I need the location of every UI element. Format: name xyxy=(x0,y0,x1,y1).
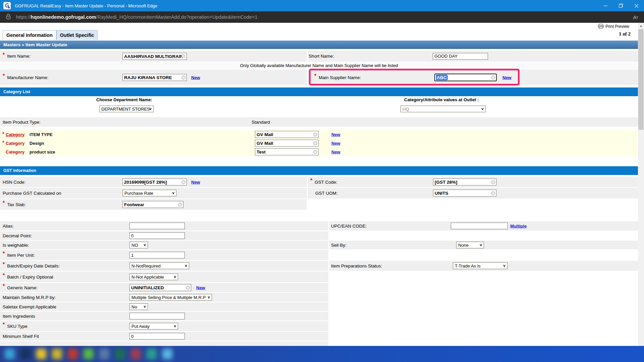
lookup-icon[interactable] xyxy=(313,150,317,154)
breadcrumb: Masters » Item Master Update xyxy=(0,41,638,49)
alias-input[interactable] xyxy=(129,223,185,229)
taskbar-icon[interactable] xyxy=(162,349,172,359)
item-ingredients-input[interactable] xyxy=(129,313,185,319)
scrollbar-thumb[interactable] xyxy=(638,29,644,130)
taskbar-icon[interactable] xyxy=(36,349,46,359)
minimize-button[interactable] xyxy=(598,0,613,11)
lookup-icon[interactable] xyxy=(186,286,190,290)
hsn-code-input[interactable]: 20169099[GST 28%] xyxy=(122,179,187,186)
taskbar-icon[interactable] xyxy=(115,349,125,359)
tab-outlet-specific[interactable]: Outlet Specific xyxy=(56,30,98,40)
lookup-icon[interactable] xyxy=(178,202,182,206)
min-shelf-fit-input[interactable]: 0 xyxy=(129,333,185,340)
main-supplier-label: *Main Supplier Name: xyxy=(308,74,361,80)
generic-name-new-link[interactable]: New xyxy=(196,285,205,290)
restore-button[interactable] xyxy=(613,0,629,11)
page-scrollbar[interactable]: ▲ xyxy=(638,23,644,346)
lookup-icon[interactable] xyxy=(491,191,495,195)
window-titlebar: G GOFRUGAL RetailEasy - Item Master Upda… xyxy=(0,0,644,11)
taskbar-icon[interactable] xyxy=(5,349,15,359)
page-indicator: 1 of 2 xyxy=(619,31,631,37)
main-supplier-new-link[interactable]: New xyxy=(502,75,512,80)
chevron-down-icon: ∨ xyxy=(184,264,187,268)
upc-label: UPC/EAN CODE: xyxy=(329,224,367,229)
taskbar-icon[interactable] xyxy=(84,349,94,359)
close-button[interactable] xyxy=(629,0,644,11)
decimal-point-input[interactable]: 0 xyxy=(129,232,185,239)
sell-by-select[interactable]: None∨ xyxy=(456,242,484,248)
category-design-input[interactable]: GV Mall xyxy=(255,140,319,147)
is-weighable-select[interactable]: NO∨ xyxy=(129,242,148,248)
row-saletax-exempt: Saletax Exempt Applicable No∨ xyxy=(0,302,638,312)
item-ingredients-label: Item Ingredients xyxy=(0,314,35,319)
url-text[interactable]: https://hqonlinedemo.gofrugal.com/RayMed… xyxy=(16,14,258,20)
taskbar-icon[interactable] xyxy=(131,349,141,359)
chevron-down-icon: ∨ xyxy=(143,305,146,309)
item-per-unit-input[interactable]: 1 xyxy=(129,252,185,258)
item-per-unit-label: *Item Per Unit: xyxy=(0,252,35,258)
gst-uom-label: GST UOM: xyxy=(308,191,338,196)
address-bar[interactable]: https://hqonlinedemo.gofrugal.com/RayMed… xyxy=(0,11,644,23)
category-product-size-input[interactable]: Test xyxy=(255,148,319,156)
purchase-gst-label: Purchase GST Calculated on xyxy=(0,191,61,196)
decimal-point-label: Decimal Point: xyxy=(0,233,32,238)
taskbar-icon[interactable] xyxy=(52,349,62,359)
lookup-icon[interactable] xyxy=(491,75,495,79)
main-supplier-input[interactable]: ABC xyxy=(434,74,497,81)
batch-expiry-select[interactable]: N-NotRequired∨ xyxy=(129,262,189,269)
item-name-input[interactable]: AASHIRVAAD MULTIGRAIN xyxy=(122,53,187,60)
manufacturer-input[interactable]: RAJU KIRANA STORE xyxy=(122,74,187,81)
upc-multiple-link[interactable]: Multiple xyxy=(510,224,527,229)
app-favicon: G xyxy=(3,2,11,9)
generic-name-input[interactable]: UNINITIALIZED xyxy=(129,284,191,291)
lookup-icon[interactable] xyxy=(313,141,317,145)
short-name-input[interactable]: GOOD DAY xyxy=(433,53,488,60)
chevron-down-icon: ∨ xyxy=(503,264,506,268)
taskbar-icon[interactable] xyxy=(68,349,78,359)
print-preview-button[interactable]: Print Preview xyxy=(598,24,629,29)
taskbar-icon[interactable] xyxy=(99,349,109,359)
lookup-icon[interactable] xyxy=(491,180,495,184)
short-name-label: Short Name: xyxy=(308,54,334,59)
category-attributes-block: * Category ITEM TYPE GV Mall New * Categ… xyxy=(0,130,638,156)
alias-label: Alias: xyxy=(0,224,14,229)
maintain-mrp-select[interactable]: Multiple Selling Price & Multiple M.R.P∨ xyxy=(129,294,212,301)
manufacturer-new-link[interactable]: New xyxy=(191,75,200,80)
tab-general-information[interactable]: General Information xyxy=(3,30,56,40)
category-item-type-input[interactable]: GV Mall xyxy=(255,131,319,138)
upc-input[interactable] xyxy=(451,223,508,229)
taskbar-icon[interactable] xyxy=(20,349,31,359)
windows-taskbar[interactable] xyxy=(0,346,644,362)
sku-type-select[interactable]: Put Away∨ xyxy=(129,323,178,329)
item-master-form: Masters » Item Master Update *Item Name:… xyxy=(0,41,638,346)
purchase-gst-select[interactable]: Purchase Rate∨ xyxy=(122,190,176,196)
lookup-icon[interactable] xyxy=(181,180,185,184)
lookup-icon[interactable] xyxy=(313,132,317,136)
item-preparations-select[interactable]: T-Trade As Is∨ xyxy=(453,262,507,269)
category-item-type-new-link[interactable]: New xyxy=(331,132,340,137)
generic-name-label: *Generic Name: xyxy=(0,285,38,291)
hsn-new-link[interactable]: New xyxy=(191,180,200,185)
gst-code-input[interactable]: [GST 28%] xyxy=(433,179,496,186)
read-aloud-icon[interactable]: Aᵞ xyxy=(633,14,638,20)
lock-icon xyxy=(6,14,11,21)
scroll-up-button[interactable]: ▲ xyxy=(638,23,644,28)
tax-slab-input[interactable]: Footwear xyxy=(122,201,183,208)
lookup-icon[interactable] xyxy=(181,54,185,58)
category-link[interactable]: Category xyxy=(6,132,30,137)
lookup-icon[interactable] xyxy=(181,75,185,79)
department-select[interactable]: DEPARTMENT STORES∨ xyxy=(99,106,154,112)
batch-optional-select[interactable]: N-Not Applicable∨ xyxy=(129,274,178,280)
category-design-new-link[interactable]: New xyxy=(331,141,340,146)
category-name: Design xyxy=(30,141,44,146)
taskbar-icon[interactable] xyxy=(147,349,157,359)
gst-uom-input[interactable]: UNITS xyxy=(433,190,496,197)
page-content: Print Preview 1 of 2 General Information… xyxy=(0,23,638,346)
outlet-select[interactable]: HQ∨ xyxy=(400,106,486,112)
category-row-item-type: * Category ITEM TYPE GV Mall New xyxy=(0,130,638,139)
saletax-exempt-label: Saletax Exempt Applicable xyxy=(0,304,56,309)
category-product-size-new-link[interactable]: New xyxy=(331,149,340,155)
category-row-design: * Category Design GV Mall New xyxy=(0,139,638,147)
global-availability-note: Only Globally available Manufacturer Nam… xyxy=(0,62,638,70)
saletax-exempt-select[interactable]: No∨ xyxy=(129,303,148,310)
